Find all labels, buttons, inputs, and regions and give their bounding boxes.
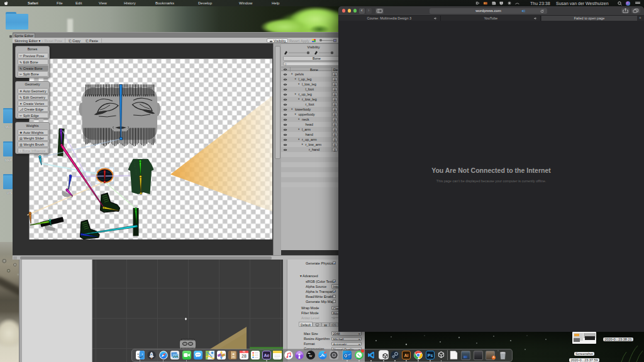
svg-text:FRI: FRI — [242, 351, 245, 353]
svg-text:Ae: Ae — [264, 353, 270, 358]
svg-text:28: 28 — [242, 354, 247, 358]
svg-text:Ps: Ps — [428, 353, 433, 358]
svg-text:Ai: Ai — [404, 353, 409, 358]
svg-text:tv: tv — [309, 353, 313, 357]
